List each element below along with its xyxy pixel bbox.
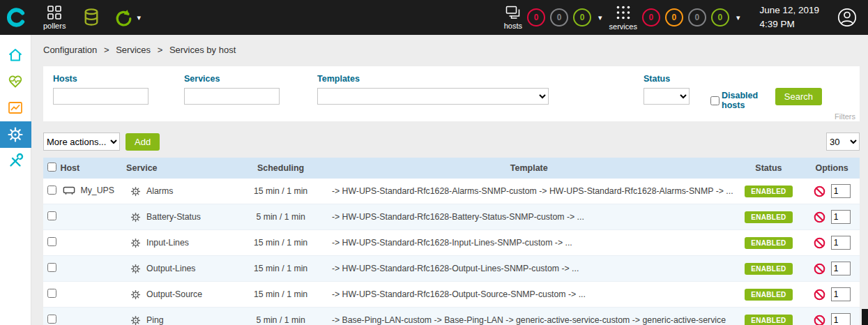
host-name: My_UPS <box>80 186 114 195</box>
options-count-input[interactable] <box>831 210 851 224</box>
service-name-link[interactable]: Ping <box>146 315 164 325</box>
reporting-icon <box>7 100 24 116</box>
sidebar-item-administration[interactable] <box>0 148 31 174</box>
sidebar-item-home[interactable] <box>0 42 31 68</box>
breadcrumb-services[interactable]: Services <box>116 45 151 55</box>
scheduling-cell: 15 min / 1 min <box>236 282 325 308</box>
chevron-down-icon[interactable]: ▾ <box>598 14 602 22</box>
hosts-menu[interactable]: hosts <box>504 6 522 30</box>
service-status-counters: 0000 <box>637 8 729 27</box>
disable-icon[interactable] <box>814 289 825 301</box>
service-name-link[interactable]: Input-Lines <box>146 238 189 248</box>
disabled-hosts-filter: Disabled hosts <box>710 74 775 110</box>
header-status[interactable]: Status <box>733 158 805 179</box>
host-counter-2[interactable]: 0 <box>573 8 591 27</box>
status-filter-select[interactable] <box>644 88 690 105</box>
row-checkbox[interactable] <box>47 289 56 298</box>
service-counter-1[interactable]: 0 <box>665 8 683 27</box>
search-button[interactable]: Search <box>775 88 822 105</box>
service-name-link[interactable]: Output-Source <box>146 289 202 299</box>
current-date: June 12, 2019 <box>759 3 819 17</box>
more-actions-select[interactable]: More actions... <box>43 133 120 151</box>
hosts-icon <box>505 6 521 20</box>
home-icon <box>7 47 24 63</box>
header-scheduling[interactable]: Scheduling <box>236 158 325 179</box>
service-counter-0[interactable]: 0 <box>642 8 660 27</box>
sidebar-item-reporting[interactable] <box>0 95 31 121</box>
header-options[interactable]: Options <box>804 158 860 179</box>
disable-icon[interactable] <box>814 211 825 223</box>
templates-filter-select[interactable] <box>317 88 549 105</box>
disabled-hosts-checkbox[interactable] <box>710 96 719 105</box>
pollers-menu[interactable]: pollers <box>43 6 66 30</box>
page-size-select[interactable]: 30 <box>826 133 860 151</box>
options-count-input[interactable] <box>831 313 851 325</box>
row-checkbox[interactable] <box>47 211 56 220</box>
host-icon <box>63 185 75 195</box>
row-checkbox[interactable] <box>47 237 56 246</box>
centreon-logo[interactable] <box>0 0 32 35</box>
sidebar-item-monitoring[interactable] <box>0 68 31 95</box>
configuration-icon <box>7 126 24 143</box>
service-name-link[interactable]: Battery-Status <box>146 212 201 222</box>
user-menu[interactable] <box>837 8 857 27</box>
service-name-link[interactable]: Output-Lines <box>146 264 195 273</box>
service-counter-2[interactable]: 0 <box>688 8 706 27</box>
tools-icon <box>7 153 24 169</box>
hosts-filter-input[interactable] <box>53 88 149 105</box>
host-counter-0[interactable]: 0 <box>527 8 545 27</box>
topbar: pollers ▾ hosts 000 <box>0 0 868 35</box>
service-gear-icon <box>130 264 141 274</box>
row-checkbox[interactable] <box>47 315 56 324</box>
chevron-down-icon[interactable]: ▾ <box>137 14 141 22</box>
breadcrumb-separator: > <box>158 45 163 55</box>
disabled-hosts-label: Disabled hosts <box>722 91 775 110</box>
status-badge: ENABLED <box>745 186 792 197</box>
disable-icon[interactable] <box>814 186 825 197</box>
template-cell: -> Base-Ping-LAN-custom -> Base-Ping-LAN… <box>325 308 733 325</box>
filters-caption: Filters <box>835 112 855 121</box>
header-template[interactable]: Template <box>325 158 733 179</box>
table-row: Ping 5 min / 1 min -> Base-Ping-LAN-cust… <box>43 308 860 325</box>
disable-icon[interactable] <box>814 237 825 249</box>
row-checkbox[interactable] <box>47 263 56 272</box>
header-host[interactable]: Host <box>60 158 126 179</box>
sidebar-item-configuration[interactable] <box>0 121 31 148</box>
table-row: Output-Source 15 min / 1 min -> HW-UPS-S… <box>43 282 860 308</box>
table-row: My_UPS Alarms 15 min / 1 min -> HW-UPS-S… <box>43 179 860 204</box>
service-name-link[interactable]: Alarms <box>146 186 173 196</box>
row-checkbox[interactable] <box>47 186 56 195</box>
actions-row: More actions... Add 30 <box>43 133 860 151</box>
host-counter-1[interactable]: 0 <box>550 8 568 27</box>
add-button[interactable]: Add <box>125 133 160 151</box>
status-filter-group: Status <box>644 74 690 105</box>
poller-status[interactable] <box>113 8 132 27</box>
options-count-input[interactable] <box>831 287 851 301</box>
options-count-input[interactable] <box>831 262 851 275</box>
table-row: Input-Lines 15 min / 1 min -> HW-UPS-Sta… <box>43 230 860 256</box>
templates-filter-group: Templates <box>317 74 549 105</box>
services-label: services <box>609 22 637 31</box>
breadcrumb-current: Services by host <box>169 45 236 55</box>
service-gear-icon <box>130 315 141 325</box>
header-service[interactable]: Service <box>126 158 236 179</box>
breadcrumb-configuration[interactable]: Configuration <box>43 45 97 55</box>
status-badge: ENABLED <box>745 289 792 301</box>
disable-icon[interactable] <box>814 263 825 275</box>
poller-status-icon <box>113 8 132 27</box>
services-filter-label: Services <box>184 74 280 84</box>
disable-icon[interactable] <box>814 315 825 325</box>
scheduling-cell: 15 min / 1 min <box>236 256 325 282</box>
service-gear-icon <box>130 212 141 222</box>
service-counter-3[interactable]: 0 <box>711 8 729 27</box>
select-all-checkbox[interactable] <box>47 162 56 172</box>
options-count-input[interactable] <box>831 184 851 198</box>
services-filter-input[interactable] <box>184 88 280 105</box>
services-menu[interactable]: services <box>609 5 637 31</box>
table-row: Output-Lines 15 min / 1 min -> HW-UPS-St… <box>43 256 860 282</box>
scheduling-cell: 5 min / 1 min <box>236 308 325 325</box>
options-count-input[interactable] <box>831 236 851 250</box>
user-icon <box>837 8 857 27</box>
database-status[interactable] <box>84 8 99 27</box>
chevron-down-icon[interactable]: ▾ <box>736 14 740 22</box>
